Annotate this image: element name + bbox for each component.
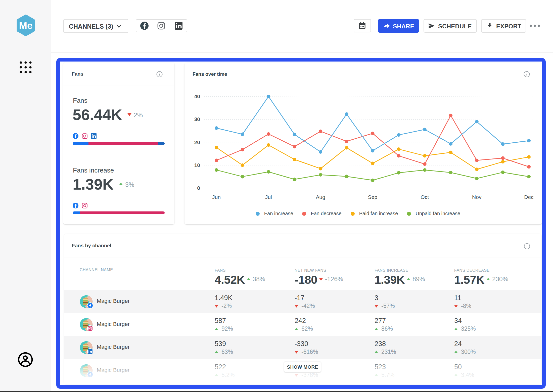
svg-text:Dec: Dec — [524, 194, 533, 200]
svg-text:Nov: Nov — [472, 194, 482, 200]
svg-text:0: 0 — [197, 185, 200, 191]
svg-text:Jul: Jul — [265, 194, 272, 200]
svg-text:10: 10 — [194, 162, 200, 168]
svg-text:20: 20 — [194, 139, 200, 145]
svg-text:40: 40 — [194, 93, 200, 99]
svg-text:Jun: Jun — [212, 194, 221, 200]
svg-text:Sep: Sep — [368, 194, 377, 200]
svg-text:Aug: Aug — [316, 194, 325, 200]
svg-text:Oct: Oct — [421, 194, 429, 200]
svg-text:30: 30 — [194, 116, 200, 122]
svg-text:Me: Me — [19, 20, 32, 31]
